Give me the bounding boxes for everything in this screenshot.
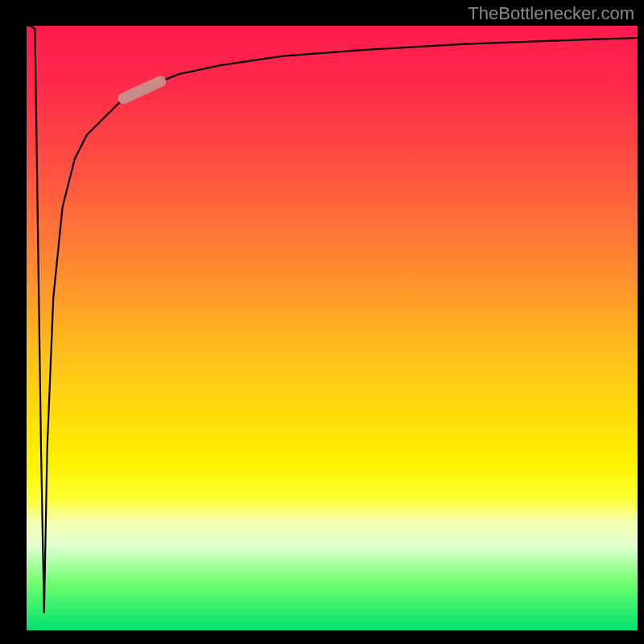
y-axis bbox=[24, 24, 27, 633]
chart-svg bbox=[26, 26, 638, 631]
watermark-text: TheBottlenecker.com bbox=[468, 3, 634, 24]
x-axis bbox=[24, 630, 639, 633]
curve-highlight-segment bbox=[124, 81, 161, 98]
bottleneck-curve-path bbox=[27, 26, 638, 613]
